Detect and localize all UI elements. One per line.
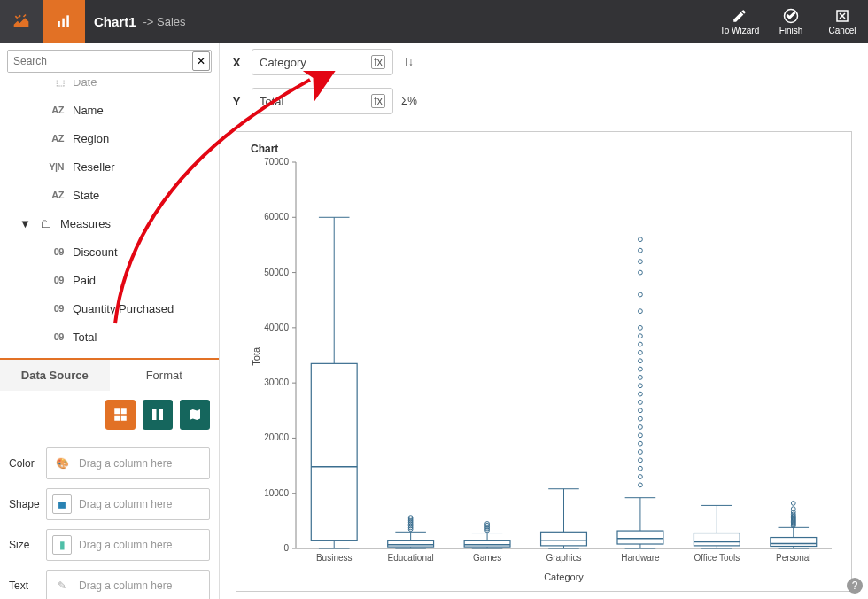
tree-item[interactable]: 09 Paid <box>4 266 215 294</box>
tree-item[interactable]: AZ State <box>4 181 215 209</box>
tree-item[interactable]: AZ Name <box>4 96 215 124</box>
tree-item[interactable]: AZ Region <box>4 124 215 152</box>
shape-dropzone[interactable]: ◼ Drag a column here <box>46 488 210 520</box>
svg-point-77 <box>639 466 643 471</box>
x-field-pill[interactable]: Category fx <box>252 49 393 75</box>
sort-icon[interactable]: I↓ <box>400 53 418 71</box>
number-type-icon: 09 <box>37 246 64 257</box>
text-dropzone[interactable]: ✎ Drag a column here <box>46 570 210 599</box>
svg-point-86 <box>639 392 643 396</box>
svg-rect-2 <box>66 15 69 27</box>
svg-point-98 <box>639 260 643 264</box>
svg-text:Category: Category <box>544 572 584 582</box>
sidebar-tabs: Data Source Format <box>0 358 219 391</box>
page-title: Chart1 -> Sales <box>85 14 714 29</box>
svg-point-128 <box>791 502 795 506</box>
svg-text:10000: 10000 <box>264 488 289 498</box>
date-icon: ⬚ <box>37 80 64 88</box>
svg-point-88 <box>639 376 643 380</box>
svg-point-84 <box>639 408 643 413</box>
text-type-icon: AZ <box>37 190 64 200</box>
size-icon: ▮ <box>52 535 72 555</box>
tab-format[interactable]: Format <box>110 360 220 391</box>
svg-rect-7 <box>121 416 127 421</box>
svg-point-80 <box>639 441 643 446</box>
y-field-pill[interactable]: Total fx <box>252 88 393 114</box>
tree-item[interactable]: Y|N Reseller <box>4 152 215 181</box>
shelf-shape: Shape ◼ Drag a column here <box>9 488 210 520</box>
app-header: Chart1 -> Sales To Wizard Finish Cancel <box>0 0 868 43</box>
tree-item[interactable]: ⬚ Date <box>4 80 215 96</box>
svg-point-94 <box>639 325 643 330</box>
cancel-button[interactable]: Cancel <box>817 0 868 43</box>
palette-icon: 🎨 <box>52 454 72 473</box>
svg-point-95 <box>639 309 643 314</box>
sigma-icon[interactable]: Σ% <box>400 92 418 110</box>
color-dropzone[interactable]: 🎨 Drag a column here <box>46 447 210 479</box>
to-wizard-button[interactable]: To Wizard <box>714 0 765 43</box>
tree-item[interactable]: 09 Discount <box>4 237 215 266</box>
svg-point-97 <box>639 270 643 275</box>
svg-point-99 <box>639 248 643 253</box>
search-input-wrap: ✕ <box>7 50 212 73</box>
svg-text:Office Tools: Office Tools <box>694 553 740 563</box>
mode-map-button[interactable] <box>180 400 210 430</box>
text-type-icon: AZ <box>37 105 64 115</box>
number-type-icon: 09 <box>37 303 64 314</box>
svg-point-81 <box>639 433 643 438</box>
svg-text:20000: 20000 <box>264 432 289 442</box>
svg-rect-1 <box>62 19 65 27</box>
svg-text:40000: 40000 <box>264 323 289 332</box>
y-axis-shelf: Y Total fx Σ% <box>220 82 868 121</box>
x-label: X <box>229 56 244 69</box>
chart-source: -> Sales <box>143 15 186 28</box>
svg-point-76 <box>639 475 643 479</box>
tree-folder-measures[interactable]: ▼ 🗀 Measures <box>4 209 215 237</box>
canvas: X Category fx I↓ Y Total fx Σ% Chart 010… <box>220 43 868 599</box>
svg-text:Graphics: Graphics <box>546 553 581 563</box>
fx-icon[interactable]: fx <box>371 94 385 108</box>
field-tree: ⬚ Date AZ Name AZ Region Y|N Reseller AZ… <box>0 80 219 351</box>
chevron-down-icon: ▼ <box>19 217 31 230</box>
svg-text:Hardware: Hardware <box>621 553 660 563</box>
clear-search-button[interactable]: ✕ <box>192 51 210 71</box>
svg-point-100 <box>639 237 643 242</box>
shape-icon: ◼ <box>52 494 72 514</box>
finish-button[interactable]: Finish <box>765 0 817 43</box>
svg-rect-39 <box>388 541 434 547</box>
folder-icon: 🗀 <box>40 217 51 230</box>
text-type-icon: AZ <box>37 133 64 144</box>
svg-text:30000: 30000 <box>264 377 289 387</box>
svg-rect-5 <box>121 408 127 414</box>
svg-point-87 <box>639 384 643 388</box>
svg-rect-6 <box>114 416 120 421</box>
shelf-text: Text ✎ Drag a column here <box>9 570 210 599</box>
shelf-size: Size ▮ Drag a column here <box>9 529 210 561</box>
mode-aesthetic-button[interactable] <box>105 400 136 430</box>
svg-point-96 <box>639 292 643 297</box>
tab-data-source[interactable]: Data Source <box>0 360 110 391</box>
svg-text:Total: Total <box>251 345 261 365</box>
svg-point-79 <box>639 450 643 455</box>
mode-facet-button[interactable] <box>143 400 173 430</box>
svg-rect-106 <box>694 533 740 546</box>
svg-point-92 <box>639 342 643 346</box>
svg-point-90 <box>639 359 643 363</box>
svg-rect-73 <box>617 531 663 544</box>
tree-item[interactable]: 09 Total <box>4 323 215 351</box>
boxplot-chart: 010000200003000040000500006000070000Tota… <box>247 155 841 584</box>
pencil-icon: ✎ <box>52 576 72 595</box>
svg-text:Business: Business <box>316 553 353 563</box>
home-icon[interactable] <box>0 0 43 43</box>
tree-item[interactable]: 09 Quantity Purchased <box>4 294 215 323</box>
x-axis-shelf: X Category fx I↓ <box>220 43 868 82</box>
svg-rect-113 <box>771 538 817 547</box>
help-icon[interactable]: ? <box>847 578 863 594</box>
chart-title: Chart <box>251 143 841 155</box>
fx-icon[interactable]: fx <box>371 55 385 69</box>
y-label: Y <box>229 95 244 108</box>
search-input[interactable] <box>8 51 191 72</box>
size-dropzone[interactable]: ▮ Drag a column here <box>46 529 210 561</box>
chart-type-icon[interactable] <box>43 0 85 43</box>
bool-type-icon: Y|N <box>37 161 64 172</box>
